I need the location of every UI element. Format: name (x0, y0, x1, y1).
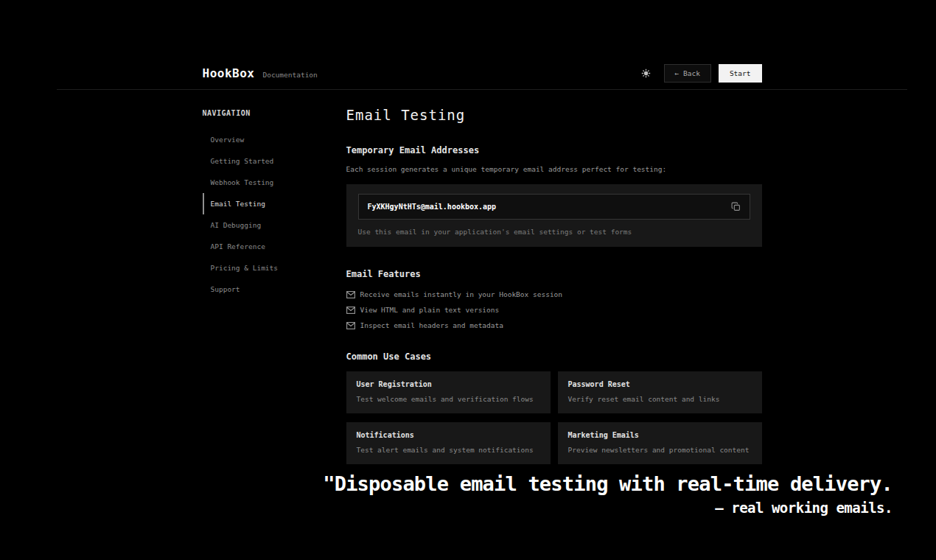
quote-line1: "Disposable email testing with real-time… (323, 472, 893, 495)
back-button[interactable]: ← Back (664, 64, 711, 83)
copy-icon (731, 202, 741, 211)
use-case-card-marketing-emails: Marketing Emails Preview newsletters and… (558, 422, 762, 464)
email-address: FyXKHgyNtHTs@mail.hookbox.app (368, 203, 497, 211)
email-hint: Use this email in your application's ema… (358, 228, 750, 236)
quote-line2: — real working emails. (323, 500, 893, 516)
header-inner: HookBox Documentation ← Back Start (203, 64, 762, 89)
use-case-card-user-registration: User Registration Test welcome emails an… (346, 371, 551, 413)
footer-quote: "Disposable email testing with real-time… (323, 472, 893, 516)
temp-email-heading: Temporary Email Addresses (346, 145, 762, 155)
header-subtitle: Documentation (262, 71, 317, 79)
sidebar-item-webhook-testing[interactable]: Webhook Testing (203, 172, 346, 193)
page-wrapper: HookBox Documentation ← Back Start NAVIG… (57, 0, 907, 464)
sidebar: NAVIGATION Overview Getting Started Webh… (203, 107, 346, 464)
sidebar-item-getting-started[interactable]: Getting Started (203, 150, 346, 172)
feature-text: View HTML and plain text versions (360, 306, 500, 314)
page-title: Email Testing (346, 107, 762, 123)
card-description: Test alert emails and system notificatio… (357, 446, 540, 454)
use-case-card-password-reset: Password Reset Verify reset email conten… (558, 371, 762, 413)
sidebar-item-support[interactable]: Support (203, 279, 346, 300)
card-description: Preview newsletters and promotional cont… (568, 446, 752, 454)
sidebar-item-pricing-limits[interactable]: Pricing & Limits (203, 257, 346, 279)
card-title: Marketing Emails (568, 431, 752, 439)
sidebar-title: NAVIGATION (203, 107, 346, 117)
card-title: Password Reset (568, 380, 752, 388)
email-card: FyXKHgyNtHTs@mail.hookbox.app Use this e… (346, 184, 762, 247)
feature-item: Inspect email headers and metadata (346, 321, 762, 329)
email-address-box: FyXKHgyNtHTs@mail.hookbox.app (358, 194, 750, 220)
feature-item: Receive emails instantly in your HookBox… (346, 290, 762, 298)
envelope-icon (346, 322, 355, 329)
sidebar-item-email-testing[interactable]: Email Testing (203, 193, 346, 214)
feature-text: Inspect email headers and metadata (360, 321, 503, 329)
features-list: Receive emails instantly in your HookBox… (346, 290, 762, 329)
use-case-grid: User Registration Test welcome emails an… (346, 371, 762, 464)
start-button[interactable]: Start (719, 64, 762, 83)
logo[interactable]: HookBox (203, 66, 255, 80)
brand: HookBox Documentation (203, 66, 318, 80)
features-heading: Email Features (346, 269, 762, 279)
use-cases-heading: Common Use Cases (346, 351, 762, 362)
sidebar-nav: Overview Getting Started Webhook Testing… (203, 129, 346, 300)
card-description: Verify reset email content and links (568, 395, 752, 403)
theme-toggle-button[interactable] (641, 69, 651, 78)
feature-text: Receive emails instantly in your HookBox… (360, 290, 563, 298)
card-title: Notifications (357, 431, 540, 439)
card-title: User Registration (357, 380, 540, 388)
copy-button[interactable] (731, 202, 741, 211)
card-description: Test welcome emails and verification flo… (357, 395, 540, 403)
header-actions: ← Back Start (641, 64, 762, 83)
header: HookBox Documentation ← Back Start (57, 0, 907, 90)
sidebar-item-ai-debugging[interactable]: AI Debugging (203, 214, 346, 236)
main-content: Email Testing Temporary Email Addresses … (346, 107, 762, 464)
content: NAVIGATION Overview Getting Started Webh… (203, 90, 762, 464)
temp-email-description: Each session generates a unique temporar… (346, 165, 762, 173)
sidebar-item-overview[interactable]: Overview (203, 129, 346, 150)
envelope-icon (346, 291, 355, 298)
sun-icon (641, 69, 651, 78)
use-case-card-notifications: Notifications Test alert emails and syst… (346, 422, 551, 464)
sidebar-item-api-reference[interactable]: API Reference (203, 236, 346, 257)
feature-item: View HTML and plain text versions (346, 306, 762, 314)
envelope-icon (346, 307, 355, 314)
